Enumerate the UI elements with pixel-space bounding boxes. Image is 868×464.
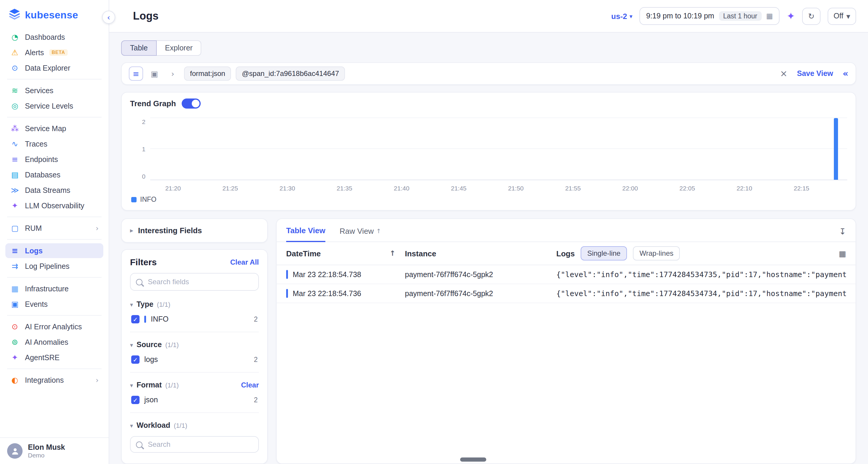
filter-search-input[interactable] (147, 277, 253, 287)
filter-section-source: ▾Source(1/1)✓logs2 (130, 332, 259, 364)
sidebar-item-agentsre[interactable]: ✦AgentSRE (5, 350, 103, 365)
sidebar-item-integrations[interactable]: ◐Integrations› (5, 373, 103, 388)
x-tick-label: 21:20 (165, 185, 181, 192)
log-row[interactable]: Mar 23 22:18:54.736payment-76f7ff674c-5g… (277, 284, 856, 303)
filter-section-header[interactable]: ▾Format(1/1)Clear (130, 381, 259, 389)
user-profile[interactable]: Elon Musk Demo (0, 437, 108, 464)
tab-table[interactable]: Table (121, 40, 157, 56)
chart-plot-area: 21:2021:2521:3021:3521:4021:4521:5021:55… (150, 118, 847, 195)
y-tick-label: 0 (142, 173, 146, 180)
checkbox[interactable]: ✓ (131, 396, 140, 404)
filter-section-header[interactable]: ▾Type(1/1) (130, 300, 259, 308)
sidebar-item-ai-anomalies[interactable]: ⊚AI Anomalies (5, 335, 103, 350)
filter-clear-button[interactable]: Clear (241, 381, 259, 389)
chevron-left-icon: ‹ (107, 13, 110, 22)
sidebar-item-alerts[interactable]: ⚠AlertsBETA (5, 45, 103, 60)
sidebar-item-log-pipelines[interactable]: ⇉Log Pipelines (5, 259, 103, 273)
refresh-button[interactable]: ↻ (802, 7, 820, 25)
sidebar-item-traces[interactable]: ∿Traces (5, 136, 103, 151)
log-datetime: Mar 23 22:18:54.738 (293, 270, 361, 278)
checkbox[interactable]: ✓ (131, 315, 140, 323)
data-explorer-icon: ⊙ (10, 64, 20, 72)
live-mode-label: Off (834, 12, 843, 20)
filter-section-header[interactable]: ▾Workload(1/1) (130, 421, 259, 430)
filter-chips: format:json@span_id:7a9618b6ac414647 (184, 66, 345, 81)
sidebar-item-infrastructure[interactable]: ▦Infrastructure (5, 281, 103, 296)
trend-graph-toggle[interactable] (182, 99, 201, 108)
save-view-button[interactable]: Save View (797, 69, 833, 78)
pattern-view-button[interactable]: ▣ (147, 66, 161, 81)
download-icon[interactable]: ↧ (839, 227, 846, 241)
log-level-marker (286, 270, 288, 279)
filter-item-json[interactable]: ✓json2 (130, 389, 259, 404)
tab-table-view[interactable]: Table View (286, 226, 326, 242)
filter-section-header[interactable]: ▾Source(1/1) (130, 340, 259, 349)
filter-item-logs[interactable]: ✓logs2 (130, 349, 259, 364)
column-instance[interactable]: Instance (405, 249, 556, 258)
query-prompt-button[interactable]: › (166, 66, 180, 81)
filter-item-payment[interactable]: ✓payment2 (130, 453, 259, 456)
sidebar-item-label: Databases (25, 171, 61, 179)
ai-sparkle-button[interactable]: ✦ (787, 10, 795, 22)
alerts-icon: ⚠ (10, 48, 20, 57)
column-datetime[interactable]: DateTime ↑ (286, 249, 405, 258)
filter-item-count: 2 (254, 356, 258, 363)
sidebar-item-endpoints[interactable]: ≡Endpoints (5, 152, 103, 167)
sidebar-item-service-levels[interactable]: ◎Service Levels (5, 99, 103, 113)
databases-icon: ▤ (10, 170, 20, 179)
sidebar-divider (7, 368, 101, 369)
sidebar-item-rum[interactable]: ▢RUM› (5, 221, 103, 236)
topbar: Logs us-2 ▾ 9:19 pm to 10:19 pm Last 1 h… (109, 0, 868, 33)
sidebar-item-ai-error-analytics[interactable]: ⊙AI Error Analytics (5, 319, 103, 334)
checkbox[interactable]: ✓ (131, 356, 140, 364)
search-chip[interactable]: @span_id:7a9618b6ac414647 (236, 66, 345, 81)
sidebar-item-databases[interactable]: ▤Databases (5, 167, 103, 182)
legend-label: INFO (140, 196, 156, 203)
sidebar-item-dashboards[interactable]: ◔Dashboards (5, 30, 103, 44)
wrap-lines-button[interactable]: Wrap-lines (633, 246, 680, 261)
region-selector[interactable]: us-2 ▾ (611, 11, 632, 21)
horizontal-scrollbar[interactable] (460, 458, 486, 462)
x-tick-label: 21:30 (280, 185, 296, 192)
logo[interactable]: kubesense (0, 0, 108, 28)
chart-bar[interactable] (834, 118, 838, 180)
clear-all-button[interactable]: Clear All (230, 258, 259, 266)
filter-list-button[interactable]: ≡ (129, 66, 143, 81)
gridline (150, 118, 847, 118)
sidebar-item-data-explorer[interactable]: ⊙Data Explorer (5, 61, 103, 75)
sidebar-collapse-button[interactable]: ‹ (102, 11, 115, 24)
service-levels-icon: ◎ (10, 101, 20, 110)
workload-search-input[interactable] (147, 440, 253, 449)
column-datetime-label: DateTime (286, 249, 321, 258)
single-line-button[interactable]: Single-line (581, 246, 627, 261)
sidebar-item-events[interactable]: ▣Events (5, 297, 103, 311)
collapse-panel-icon[interactable]: « (843, 68, 848, 79)
filter-section-format: ▾Format(1/1)Clear✓json2 (130, 372, 259, 404)
live-mode-dropdown[interactable]: Off ▾ (828, 7, 856, 25)
columns-icon[interactable]: ▦ (839, 249, 846, 258)
sidebar-item-service-map[interactable]: ⁂Service Map (5, 121, 103, 136)
events-icon: ▣ (10, 300, 20, 308)
tab-explorer[interactable]: Explorer (157, 40, 202, 56)
tab-raw-view[interactable]: Raw View↑ (340, 226, 381, 241)
chevron-down-icon: ▾ (630, 13, 632, 19)
interesting-fields-panel[interactable]: ▸ Interesting Fields (121, 218, 268, 243)
filter-section-name: Type (136, 300, 153, 308)
sort-ascending-icon[interactable]: ↑ (390, 249, 395, 258)
legend-item[interactable]: INFO (131, 196, 156, 203)
chevron-down-icon: ▾ (130, 422, 133, 429)
data-streams-icon: ≫ (10, 186, 20, 195)
sidebar-item-llm-observability[interactable]: ✦LLM Observability (5, 198, 103, 213)
filter-item-info[interactable]: ✓INFO2 (130, 308, 259, 323)
log-row[interactable]: Mar 23 22:18:54.738payment-76f7ff674c-5g… (277, 265, 856, 284)
search-chip[interactable]: format:json (184, 66, 231, 81)
x-tick-label: 22:10 (737, 185, 752, 192)
sidebar-item-logs[interactable]: ≡Logs (5, 243, 103, 258)
time-range-picker[interactable]: 9:19 pm to 10:19 pm Last 1 hour ▦ (640, 7, 779, 25)
filters-panel: Filters Clear All ▾Type(1/1)✓INFO2▾Sourc… (121, 249, 268, 464)
sidebar-item-services[interactable]: ≋Services (5, 83, 103, 98)
rum-icon: ▢ (10, 224, 20, 233)
clear-search-icon[interactable]: × (780, 68, 787, 79)
log-instance: payment-76f7ff674c-5gpk2 (405, 270, 556, 278)
sidebar-item-data-streams[interactable]: ≫Data Streams (5, 183, 103, 198)
